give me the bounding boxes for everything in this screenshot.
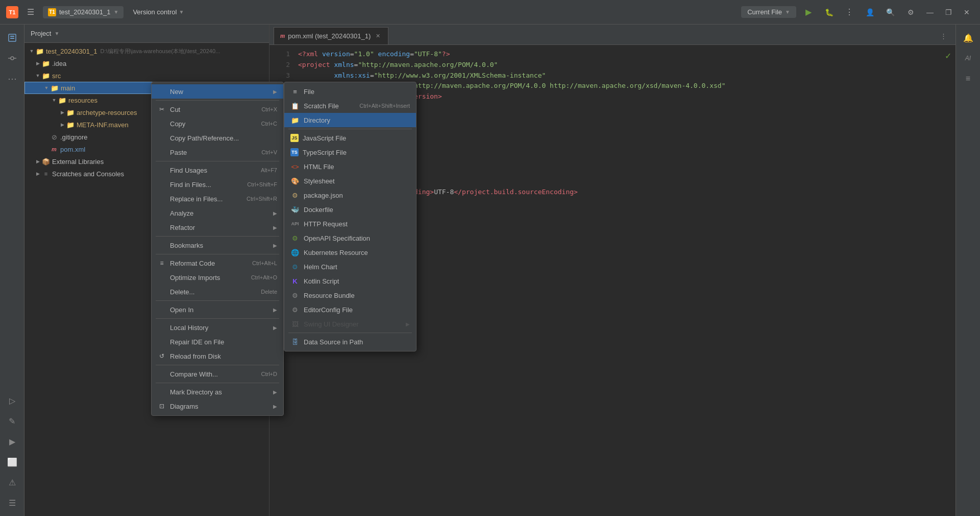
submenu-item-k8s[interactable]: 🌐 Kubernetes Resource [284, 245, 416, 260]
submenu-item-datasource[interactable]: 🗄 Data Source in Path [284, 335, 416, 349]
sidebar-icon-terminal[interactable]: ⬜ [3, 453, 21, 471]
version-control-label: Version control [133, 8, 177, 16]
tree-item-src[interactable]: ▼ 📁 src [24, 69, 269, 82]
submenu-item-stylesheet[interactable]: 🎨 Stylesheet [284, 174, 416, 188]
menu-item-repairide[interactable]: Repair IDE on File [152, 335, 283, 349]
sidebar-icon-deploy[interactable]: ▶ [3, 432, 21, 451]
menu-item-localhistory[interactable]: Local History ▶ [152, 320, 283, 335]
current-file-button[interactable]: Current File ▼ [741, 6, 796, 18]
menu-shortcut-cut: Ctrl+X [261, 106, 277, 112]
settings-button[interactable]: ⚙ [902, 4, 919, 20]
submenu-icon-openapi: ⚙ [290, 233, 300, 243]
right-sidebar: 🔔 AI ≡ [955, 25, 980, 516]
project-header[interactable]: Project ▼ [24, 25, 269, 43]
menu-item-reload[interactable]: ↺ Reload from Disk [152, 349, 283, 363]
tree-item-idea[interactable]: ▶ 📁 .idea [24, 57, 269, 69]
tree-path: D:\编程专用\java-warehouse(本地)\test_20240... [100, 48, 220, 55]
menu-icon-repairide [158, 338, 166, 346]
submenu-label-openapi: OpenAPI Specification [304, 234, 410, 242]
submenu-item-tsfile[interactable]: TS TypeScript File [284, 145, 416, 159]
editor-tab-pom[interactable]: m pom.xml (test_20240301_1) ✕ [274, 27, 388, 44]
run-button[interactable]: ▶ [800, 4, 817, 20]
tree-label-src: src [52, 72, 61, 80]
version-control-selector[interactable]: Version control ▼ [128, 6, 189, 18]
right-icon-notifications[interactable]: 🔔 [959, 29, 977, 47]
submenu-label-kotlinscript: Kotlin Script [304, 277, 410, 285]
menu-item-replaceinfiles[interactable]: Replace in Files... Ctrl+Shift+R [152, 192, 283, 206]
sub-sep-2 [288, 333, 412, 333]
submenu-item-directory[interactable]: 📁 Directory [284, 113, 416, 127]
menu-item-analyze[interactable]: Analyze ▶ [152, 206, 283, 220]
tree-arrow-extlibs: ▶ [35, 158, 41, 165]
sidebar-icon-run[interactable]: ▷ [3, 391, 21, 410]
menu-icon-copypath [158, 134, 166, 142]
menu-item-delete[interactable]: Delete... Delete [152, 285, 283, 299]
menu-item-findinfiles[interactable]: Find in Files... Ctrl+Shift+F [152, 177, 283, 192]
menu-label-reformat: Reformat Code [170, 260, 248, 267]
submenu-item-openapi[interactable]: ⚙ OpenAPI Specification [284, 231, 416, 245]
submenu-icon-jsfile: JS [290, 134, 299, 142]
menu-item-cut[interactable]: ✂ Cut Ctrl+X [152, 102, 283, 116]
submenu-icon-kotlinscript: K [290, 276, 300, 286]
sidebar-icon-problems[interactable]: ⚠ [3, 473, 21, 491]
maximize-button[interactable]: ❐ [941, 5, 955, 19]
tab-close-pom[interactable]: ✕ [374, 32, 382, 40]
menu-label-optimize: Optimize Imports [170, 274, 247, 282]
sidebar-icon-debug[interactable]: ✎ [3, 412, 21, 430]
tree-label-root: test_20240301_1 [46, 48, 97, 55]
submenu-item-helm[interactable]: ⚙ Helm Chart [284, 260, 416, 274]
menu-item-copypath[interactable]: Copy Path/Reference... [152, 131, 283, 145]
menu-item-paste[interactable]: Paste Ctrl+V [152, 145, 283, 159]
submenu-label-k8s: Kubernetes Resource [304, 249, 410, 256]
right-icon-ai[interactable]: AI [959, 49, 977, 67]
sidebar-icon-commit[interactable] [3, 49, 21, 67]
submenu-item-kotlinscript[interactable]: K Kotlin Script [284, 274, 416, 288]
submenu-icon-httprequest: API [290, 219, 300, 228]
menu-item-comparewith[interactable]: Compare With... Ctrl+D [152, 367, 283, 381]
sidebar-icon-project[interactable] [3, 29, 21, 47]
menu-item-findusages[interactable]: Find Usages Alt+F7 [152, 163, 283, 177]
hamburger-menu-button[interactable]: ☰ [22, 4, 39, 20]
menu-arrow-diagrams: ▶ [273, 404, 277, 409]
menu-item-optimize[interactable]: Optimize Imports Ctrl+Alt+O [152, 270, 283, 285]
submenu-item-scratchfile[interactable]: 📋 Scratch File Ctrl+Alt+Shift+Insert [284, 99, 416, 113]
submenu-item-jsfile[interactable]: JS JavaScript File [284, 131, 416, 145]
menu-item-copy[interactable]: Copy Ctrl+C [152, 116, 283, 131]
menu-item-openin[interactable]: Open In ▶ [152, 302, 283, 317]
close-button[interactable]: ✕ [960, 5, 974, 19]
submenu-item-file[interactable]: ≡ File [284, 84, 416, 99]
sidebar-icon-more[interactable]: ⋯ [3, 69, 21, 88]
minimize-button[interactable]: — [923, 5, 937, 19]
menu-item-new[interactable]: New ▶ [152, 84, 283, 99]
tree-item-root[interactable]: ▼ 📁 test_20240301_1 D:\编程专用\java-warehou… [24, 45, 269, 57]
debug-button[interactable]: 🐛 [821, 4, 837, 20]
more-actions-button[interactable]: ⋮ [841, 4, 857, 20]
menu-item-reformat[interactable]: ≡ Reformat Code Ctrl+Alt+L [152, 256, 283, 270]
menu-item-diagrams[interactable]: ⊡ Diagrams ▶ [152, 399, 283, 413]
profile-button[interactable]: 👤 [862, 4, 878, 20]
submenu-item-editorconfig[interactable]: ⚙ EditorConfig File [284, 302, 416, 317]
menu-label-diagrams: Diagrams [170, 403, 269, 410]
menu-item-bookmarks[interactable]: Bookmarks ▶ [152, 238, 283, 252]
current-file-label: Current File [747, 8, 782, 16]
submenu-item-dockerfile[interactable]: 🐳 Dockerfile [284, 202, 416, 217]
menu-item-markdiras[interactable]: Mark Directory as ▶ [152, 385, 283, 399]
menu-icon-bookmarks [158, 241, 166, 249]
menu-arrow-refactor: ▶ [273, 225, 277, 230]
sidebar-icon-bottom[interactable]: ☰ [3, 494, 21, 512]
editor-tab-more-button[interactable]: ⋮ [935, 27, 951, 44]
project-dropdown-icon: ▼ [113, 9, 118, 15]
search-everywhere-button[interactable]: 🔍 [882, 4, 898, 20]
submenu-item-httprequest[interactable]: API HTTP Request [284, 217, 416, 231]
submenu-item-packagejson[interactable]: ⚙ package.json [284, 188, 416, 202]
context-menu: New ▶ ✂ Cut Ctrl+X Copy Ctrl+C Copy Path… [151, 82, 284, 416]
submenu-item-htmlfile[interactable]: <> HTML File [284, 159, 416, 174]
submenu-item-resourcebundle[interactable]: ⚙ Resource Bundle [284, 288, 416, 302]
menu-icon-findusages [158, 166, 166, 174]
menu-icon-comparewith [158, 370, 166, 378]
project-selector[interactable]: T1 test_20240301_1 ▼ [43, 6, 124, 18]
right-icon-panel[interactable]: ≡ [959, 69, 977, 88]
menu-shortcut-paste: Ctrl+V [261, 149, 277, 155]
menu-label-comparewith: Compare With... [170, 370, 257, 378]
menu-item-refactor[interactable]: Refactor ▶ [152, 220, 283, 234]
